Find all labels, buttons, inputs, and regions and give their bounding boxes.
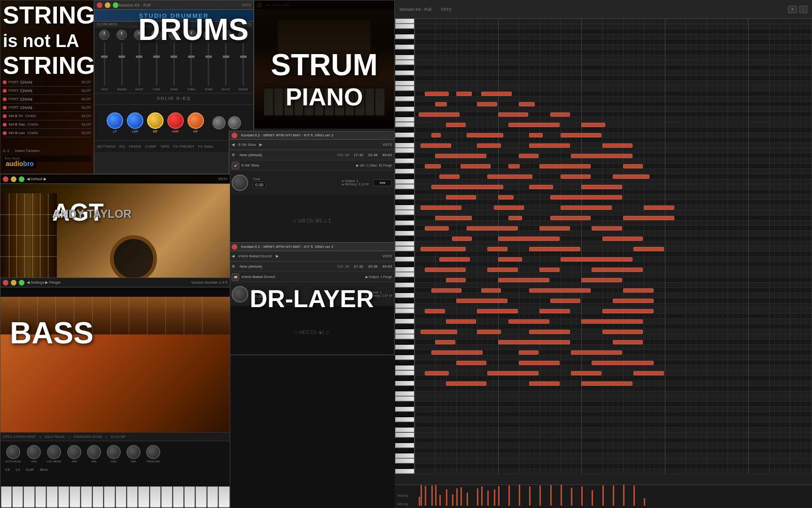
note-block-69[interactable] xyxy=(529,288,591,293)
bass-min-btn[interactable] xyxy=(11,280,16,286)
note-block-68[interactable] xyxy=(481,288,501,293)
bass-knob-pagebw[interactable] xyxy=(146,445,160,459)
piano-key-Fs7[interactable] xyxy=(395,50,414,55)
note-block-30[interactable] xyxy=(561,175,591,179)
note-block-54[interactable] xyxy=(487,247,507,251)
note-block-83[interactable] xyxy=(529,330,570,334)
piano-roll-grid[interactable] xyxy=(414,19,812,474)
bk-white-5[interactable] xyxy=(47,486,57,508)
piano-key-As0[interactable] xyxy=(395,464,414,469)
eq-hf-knob[interactable] xyxy=(187,112,204,129)
note-block-35[interactable] xyxy=(446,195,476,199)
piano-key-As5[interactable] xyxy=(395,153,414,159)
piano-key-B0[interactable] xyxy=(395,459,414,464)
snare-fader[interactable] xyxy=(118,56,125,58)
note-block-96[interactable] xyxy=(571,371,601,375)
note-block-39[interactable] xyxy=(494,206,524,210)
note-block-6[interactable] xyxy=(419,112,460,117)
piano-key-Ds5[interactable] xyxy=(395,190,414,195)
piano-key-C8[interactable]: C8 xyxy=(395,19,414,24)
note-block-42[interactable] xyxy=(435,216,472,220)
note-block-59[interactable] xyxy=(561,257,632,262)
bass-knob-locmode[interactable] xyxy=(47,445,61,459)
note-block-11[interactable] xyxy=(581,123,605,127)
note-block-58[interactable] xyxy=(498,257,522,262)
piano-key-Gs4[interactable] xyxy=(395,226,414,231)
bass-knob-fbl[interactable] xyxy=(87,445,101,459)
piano-key-C5[interactable]: C5 xyxy=(395,205,414,210)
piano-key-D4[interactable] xyxy=(395,257,414,262)
note-block-51[interactable] xyxy=(498,237,560,241)
bk-white-11[interactable] xyxy=(116,486,126,508)
piano-key-B6[interactable] xyxy=(395,86,414,91)
piano-key-D6[interactable] xyxy=(395,133,414,138)
piano-key-As2[interactable] xyxy=(395,340,414,345)
note-block-13[interactable] xyxy=(467,133,503,137)
bk-white-3[interactable] xyxy=(23,486,34,508)
piano-key-A0[interactable] xyxy=(395,469,414,474)
piano-key-A6[interactable] xyxy=(395,96,414,102)
piano-key-G5[interactable] xyxy=(395,169,414,174)
piano-key-F6[interactable] xyxy=(395,117,414,122)
bass-knob-fsa[interactable] xyxy=(126,445,141,459)
piano-key-Fs4[interactable] xyxy=(395,236,414,241)
note-block-67[interactable] xyxy=(431,288,462,293)
note-block-97[interactable] xyxy=(633,371,664,375)
piano-key-F5[interactable] xyxy=(395,179,414,184)
bass-knob-20[interactable] xyxy=(67,445,81,459)
piano-key-A2[interactable] xyxy=(395,345,414,350)
piano-key-As6[interactable] xyxy=(395,91,414,96)
bass-close-btn[interactable] xyxy=(3,280,8,286)
piano-key-Ds2[interactable] xyxy=(395,376,414,381)
note-block-37[interactable] xyxy=(550,195,622,199)
note-block-33[interactable] xyxy=(529,185,553,189)
note-block-63[interactable] xyxy=(592,268,643,272)
note-block-25[interactable] xyxy=(508,164,520,168)
piano-key-F1[interactable] xyxy=(395,428,414,433)
note-block-82[interactable] xyxy=(477,330,501,334)
note-block-75[interactable] xyxy=(477,309,518,313)
piano-key-G4[interactable] xyxy=(395,231,414,236)
bk-white-15[interactable] xyxy=(161,486,172,508)
piano-key-A3[interactable] xyxy=(395,283,414,288)
note-block-100[interactable] xyxy=(581,381,632,386)
agt-min-btn[interactable] xyxy=(11,176,16,182)
note-block-90[interactable] xyxy=(571,350,622,355)
piano-key-Cs4[interactable] xyxy=(395,262,414,267)
note-block-28[interactable] xyxy=(439,175,459,179)
note-block-23[interactable] xyxy=(425,164,441,168)
bk-white-2[interactable] xyxy=(12,486,23,508)
note-block-9[interactable] xyxy=(446,123,466,127)
kick-knob[interactable] xyxy=(99,30,109,40)
piano-key-A5[interactable] xyxy=(395,159,414,164)
note-block-86[interactable] xyxy=(498,340,570,344)
piano-key-B1[interactable] xyxy=(395,397,414,402)
note-block-66[interactable] xyxy=(581,278,622,282)
bk-white-8[interactable] xyxy=(81,486,92,508)
piano-key-A1[interactable] xyxy=(395,407,414,412)
note-block-32[interactable] xyxy=(431,185,503,189)
piano-key-Gs1[interactable] xyxy=(395,412,414,417)
note-block-7[interactable] xyxy=(498,112,529,117)
piano-key-G1[interactable] xyxy=(395,417,414,422)
note-block-73[interactable] xyxy=(613,299,654,303)
room-fader[interactable] xyxy=(240,56,247,58)
piano-key-E1[interactable] xyxy=(395,433,414,438)
agt-max-btn[interactable] xyxy=(19,176,24,182)
note-block-41[interactable] xyxy=(644,206,674,210)
note-block-64[interactable] xyxy=(446,278,466,282)
piano-key-E7[interactable] xyxy=(395,60,414,65)
piano-key-Gs7[interactable] xyxy=(395,40,414,45)
piano-key-Fs1[interactable] xyxy=(395,422,414,428)
piano-key-Fs5[interactable] xyxy=(395,174,414,179)
note-block-74[interactable] xyxy=(425,309,445,313)
piano-key-D7[interactable] xyxy=(395,71,414,76)
note-block-2[interactable] xyxy=(481,92,512,96)
snare-knob[interactable] xyxy=(117,30,127,40)
bk-white-20[interactable] xyxy=(219,486,229,508)
kontakt1-close-btn[interactable] xyxy=(232,133,237,138)
piano-key-Ds4[interactable] xyxy=(395,252,414,257)
piano-key-E5[interactable] xyxy=(395,184,414,190)
kontakt2-close-btn[interactable] xyxy=(232,244,237,250)
note-block-26[interactable] xyxy=(539,164,591,168)
